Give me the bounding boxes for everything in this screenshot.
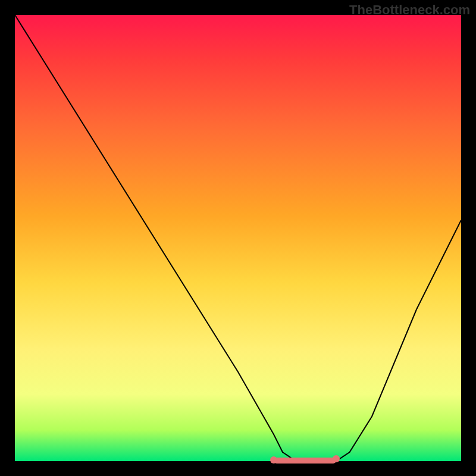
optimal-range-bar: [274, 458, 336, 464]
optimal-range-end-dot: [333, 455, 340, 462]
watermark-text: TheBottleneck.com: [349, 2, 470, 18]
bottleneck-curve: [15, 15, 461, 461]
chart-plot-area: [15, 15, 461, 461]
optimal-range-start-dot: [270, 456, 277, 464]
